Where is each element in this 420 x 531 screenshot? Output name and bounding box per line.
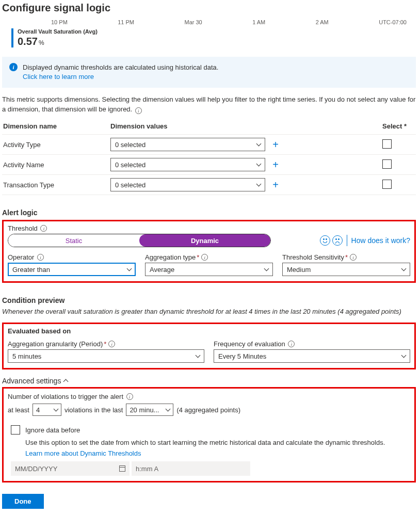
calendar-icon <box>119 465 125 472</box>
violations-label: Number of violations to trigger the aler… <box>8 393 123 400</box>
chevron-down-icon <box>196 353 201 358</box>
time-tick: Mar 30 <box>184 19 202 25</box>
col-header-name: Dimension name <box>2 122 110 130</box>
violations-window-dropdown[interactable]: 20 minu... <box>126 404 173 416</box>
threshold-sensitivity-label: Threshold Sensitivity <box>282 253 344 261</box>
info-icon[interactable]: i <box>288 341 295 347</box>
dimensions-help-text: This metric supports dimensions. Selecti… <box>2 95 416 114</box>
chevron-down-icon <box>401 266 407 271</box>
select-dimension-checkbox[interactable] <box>382 139 392 149</box>
chevron-down-icon <box>127 266 132 271</box>
dimension-values-dropdown[interactable]: 0 selected <box>110 178 265 191</box>
divider <box>347 235 347 246</box>
time-tick: 11 PM <box>118 19 134 25</box>
threshold-label: Threshold <box>8 224 38 232</box>
chevron-down-icon <box>166 407 171 412</box>
ignore-time-input[interactable]: h:mm A <box>132 461 250 476</box>
select-dimension-checkbox[interactable] <box>382 180 392 189</box>
threshold-static-option[interactable]: Static <box>8 234 139 247</box>
chevron-down-icon <box>401 353 407 358</box>
how-does-it-work-link[interactable]: How does it work? <box>351 236 410 245</box>
page-title: Configure signal logic <box>2 2 416 14</box>
operator-label: Operator <box>8 253 34 261</box>
info-icon[interactable]: i <box>350 254 357 261</box>
feedback-sad-icon[interactable] <box>332 235 343 246</box>
info-icon[interactable]: i <box>40 225 47 232</box>
info-icon[interactable]: i <box>135 107 142 114</box>
aggregation-granularity-label: Aggregation granularity (Period) <box>8 340 103 348</box>
operator-dropdown[interactable]: Greater than <box>8 263 136 276</box>
ignore-data-description: Use this option to set the date from whi… <box>25 439 410 446</box>
add-dimension-icon[interactable]: + <box>272 159 279 170</box>
threshold-dynamic-option[interactable]: Dynamic <box>139 234 270 247</box>
ignore-data-before-label: Ignore data before <box>25 426 80 434</box>
chevron-up-icon <box>63 379 69 384</box>
chevron-down-icon <box>256 141 262 147</box>
aggregation-type-dropdown[interactable]: Average <box>145 263 273 276</box>
learn-more-thresholds-link[interactable]: Learn more about Dynamic Thresholds <box>25 449 410 457</box>
info-icon[interactable]: i <box>37 254 44 261</box>
threshold-sensitivity-dropdown[interactable]: Medium <box>282 263 410 276</box>
evaluated-based-on-title: Evaluated based on <box>8 327 410 335</box>
advanced-settings-toggle[interactable]: Advanced settings <box>2 377 416 385</box>
frequency-label: Frequency of evaluation <box>214 340 285 348</box>
time-tick: 1 AM <box>252 19 265 25</box>
learn-more-link[interactable]: Click here to learn more <box>23 73 94 81</box>
dimensions-header-row: Dimension name Dimension values Select * <box>2 119 416 135</box>
time-tick: 10 PM <box>51 19 68 25</box>
dimension-name: Activity Type <box>2 141 110 149</box>
ignore-date-input[interactable]: MM/DD/YYYY <box>11 461 130 476</box>
chevron-down-icon <box>256 182 262 187</box>
info-icon[interactable]: i <box>126 393 133 400</box>
aggregation-granularity-dropdown[interactable]: 5 minutes <box>8 349 204 363</box>
metric-unit: % <box>39 39 44 46</box>
dimension-name: Transaction Type <box>2 181 110 189</box>
at-least-label: at least <box>8 406 29 414</box>
chevron-down-icon <box>264 266 269 271</box>
condition-preview-title: Condition preview <box>2 296 416 304</box>
advanced-settings-panel: Number of violations to trigger the aler… <box>2 387 416 482</box>
info-icon[interactable]: i <box>108 341 115 347</box>
timezone-label: UTC-07:00 <box>379 19 407 25</box>
frequency-dropdown[interactable]: Every 5 Minutes <box>214 349 410 363</box>
col-header-select: Select * <box>382 122 416 130</box>
chart-time-axis: 10 PM 11 PM Mar 30 1 AM 2 AM UTC-07:00 <box>2 19 416 28</box>
chevron-down-icon <box>256 162 262 167</box>
dimension-values-dropdown[interactable]: 0 selected <box>110 158 265 171</box>
alert-logic-panel: Threshold i Static Dynamic How does it w… <box>2 220 416 283</box>
dimension-name: Activity Name <box>2 161 110 169</box>
aggregation-type-label: Aggregation type <box>145 253 196 261</box>
chevron-down-icon <box>53 407 58 412</box>
dimension-row: Activity Name 0 selected + <box>2 155 416 175</box>
violations-count-dropdown[interactable]: 4 <box>33 404 61 416</box>
metric-value: 0.57 <box>18 36 38 47</box>
violations-suffix: (4 aggregated points) <box>176 406 240 414</box>
add-dimension-icon[interactable]: + <box>272 179 279 190</box>
dimension-row: Transaction Type 0 selected + <box>2 175 416 195</box>
select-dimension-checkbox[interactable] <box>382 159 392 169</box>
info-icon: i <box>9 63 18 71</box>
alert-logic-title: Alert logic <box>2 208 416 217</box>
info-banner: i Displayed dynamic thresholds are calcu… <box>2 57 416 88</box>
threshold-toggle: Static Dynamic <box>8 234 271 247</box>
metric-color-bar <box>11 28 13 47</box>
ignore-data-before-checkbox[interactable] <box>11 425 20 435</box>
col-header-values: Dimension values <box>110 122 265 130</box>
dimension-values-dropdown[interactable]: 0 selected <box>110 138 265 151</box>
time-tick: 2 AM <box>316 19 329 25</box>
violations-mid-label: violations in the last <box>64 406 123 414</box>
info-banner-text: Displayed dynamic thresholds are calcula… <box>23 63 218 71</box>
done-button[interactable]: Done <box>2 494 44 509</box>
info-icon[interactable]: i <box>201 254 208 261</box>
evaluated-panel: Evaluated based on Aggregation granulari… <box>2 323 416 369</box>
condition-preview-text: Whenever the overall vault saturation is… <box>2 308 416 315</box>
feedback-happy-icon[interactable] <box>320 235 330 246</box>
metric-name: Overall Vault Saturation (Avg) <box>18 28 98 35</box>
add-dimension-icon[interactable]: + <box>272 139 279 150</box>
dimension-row: Activity Type 0 selected + <box>2 135 416 155</box>
